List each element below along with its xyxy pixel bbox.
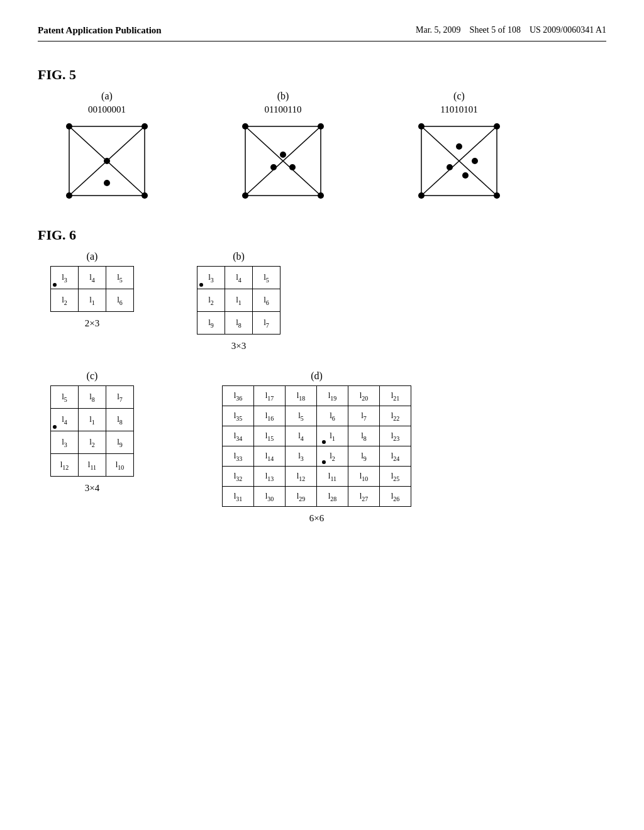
grid-cell: l4 [79, 267, 106, 289]
grid-cell: l1 [225, 289, 253, 312]
fig5-b-sublabel: (b) [277, 91, 289, 102]
svg-point-8 [142, 192, 148, 199]
grid-cell: l3 [51, 267, 79, 289]
fig6-bottom-row: (c) l5 l8 l7 l4 l1 l8 [50, 370, 606, 524]
fig6-c-sublabel: (c) [87, 370, 98, 382]
svg-point-7 [66, 192, 72, 199]
fig6-b-sublabel: (b) [233, 251, 245, 262]
fig6-d-size: 6×6 [309, 513, 324, 524]
grid-cell: l12 [286, 467, 317, 487]
svg-point-6 [104, 180, 110, 186]
grid-cell: l2 [197, 289, 225, 312]
grid-cell: l2 [79, 431, 106, 454]
grid-cell: l29 [286, 487, 317, 507]
grid-cell: l17 [254, 386, 286, 406]
header-patent: US 2009/0060341 A1 [530, 25, 606, 35]
grid-cell: l18 [286, 386, 317, 406]
svg-point-25 [472, 158, 478, 164]
fig6-item-d: (d) l36 l17 l18 l19 l20 l21 l35 l16 l5 [222, 370, 411, 524]
fig6-a-grid: l3 l4 l5 l2 l1 l6 [50, 266, 134, 312]
grid-cell: l5 [106, 267, 134, 289]
grid-cell: l35 [223, 406, 254, 426]
page-header: Patent Application Publication Mar. 5, 2… [38, 25, 606, 42]
grid-cell: l30 [254, 487, 286, 507]
grid-cell: l32 [223, 467, 254, 487]
grid-cell: l10 [348, 467, 380, 487]
grid-cell: l15 [254, 426, 286, 446]
svg-point-29 [494, 192, 500, 199]
grid-cell: l6 [106, 289, 134, 312]
grid-cell: l9 [348, 446, 380, 467]
grid-cell: l5 [286, 406, 317, 426]
grid-cell: l24 [380, 446, 411, 467]
fig6-b-size: 3×3 [231, 341, 246, 351]
svg-point-12 [242, 123, 248, 130]
grid-cell: l11 [317, 467, 348, 487]
fig6-item-b: (b) l3 l4 l5 l2 l1 l6 [197, 251, 280, 351]
svg-point-3 [66, 123, 72, 130]
svg-point-22 [418, 123, 425, 130]
header-title: Patent Application Publication [38, 25, 162, 36]
grid-cell: l5 [51, 386, 79, 409]
grid-cell: l9 [106, 431, 134, 454]
fig5-item-c: (c) 11010101 [415, 91, 503, 202]
grid-cell: l28 [317, 487, 348, 507]
grid-cell: l3 [286, 446, 317, 467]
fig5-b-diagram [239, 120, 327, 202]
svg-point-27 [462, 172, 469, 179]
fig6-section: FIG. 6 (a) l3 l4 l5 l2 [38, 227, 606, 524]
grid-cell: l20 [348, 386, 380, 406]
grid-cell: l3 [51, 431, 79, 454]
fig6-item-a: (a) l3 l4 l5 l2 l1 l6 [50, 251, 134, 351]
grid-cell: l22 [380, 406, 411, 426]
svg-point-5 [104, 158, 110, 164]
grid-cell: l2 [317, 446, 348, 467]
fig5-c-bits: 11010101 [440, 104, 477, 115]
grid-cell: l2 [51, 289, 79, 312]
grid-cell: l8 [225, 312, 253, 335]
grid-cell: l10 [106, 454, 134, 477]
fig6-b-grid: l3 l4 l5 l2 l1 l6 l9 l8 l7 [197, 266, 280, 335]
grid-cell: l14 [254, 446, 286, 467]
svg-point-23 [494, 123, 500, 130]
grid-cell: l8 [106, 409, 134, 431]
grid-cell: l34 [223, 426, 254, 446]
grid-cell: l26 [380, 487, 411, 507]
svg-point-14 [270, 164, 277, 170]
fig6-top-row: (a) l3 l4 l5 l2 l1 l6 [50, 251, 606, 351]
svg-point-4 [142, 123, 148, 130]
grid-cell: l4 [286, 426, 317, 446]
grid-cell: l3 [197, 267, 225, 289]
fig6-item-c: (c) l5 l8 l7 l4 l1 l8 [50, 370, 134, 494]
svg-point-26 [447, 164, 453, 170]
grid-cell: l27 [348, 487, 380, 507]
grid-cell: l8 [79, 386, 106, 409]
grid-cell: l31 [223, 487, 254, 507]
fig5-label: FIG. 5 [38, 67, 606, 83]
grid-cell: l12 [51, 454, 79, 477]
grid-cell: l4 [51, 409, 79, 431]
grid-cell: l33 [223, 446, 254, 467]
grid-cell: l7 [348, 406, 380, 426]
fig6-a-size: 2×3 [85, 318, 99, 329]
grid-cell: l1 [317, 426, 348, 446]
fig5-a-diagram [63, 120, 151, 202]
grid-cell: l5 [253, 267, 280, 289]
page: Patent Application Publication Mar. 5, 2… [0, 0, 644, 830]
grid-cell: l7 [253, 312, 280, 335]
fig6-c-size: 3×4 [85, 483, 99, 494]
fig5-section: FIG. 5 (a) 00100001 [38, 67, 606, 202]
grid-cell: l8 [348, 426, 380, 446]
fig5-b-bits: 01100110 [265, 104, 302, 115]
svg-point-13 [318, 123, 324, 130]
svg-point-28 [418, 192, 425, 199]
header-sheet: Sheet 5 of 108 [470, 25, 521, 35]
grid-cell: l36 [223, 386, 254, 406]
svg-point-24 [456, 143, 462, 150]
grid-cell: l19 [317, 386, 348, 406]
fig5-item-b: (b) 01100110 [239, 91, 327, 202]
fig5-a-sublabel: (a) [101, 91, 113, 102]
grid-cell: l6 [317, 406, 348, 426]
grid-cell: l4 [225, 267, 253, 289]
grid-cell: l9 [197, 312, 225, 335]
